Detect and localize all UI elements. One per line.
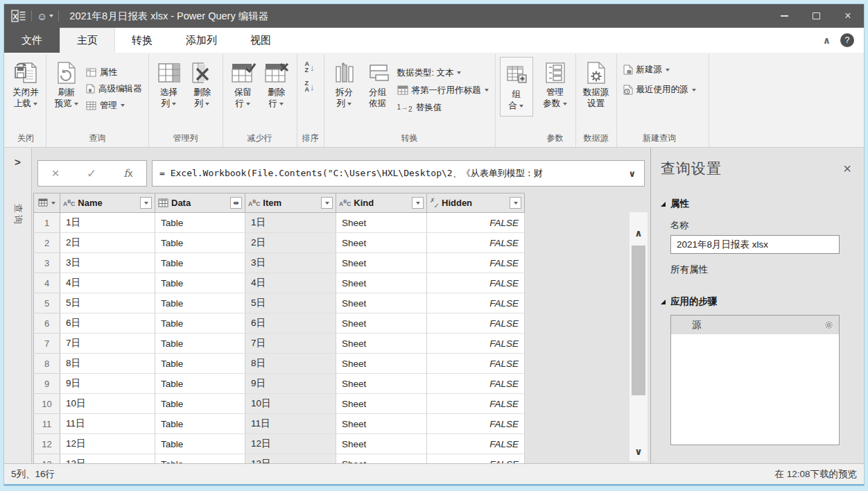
row-number-cell[interactable]: 6	[34, 313, 60, 334]
properties-button[interactable]: 属性	[86, 67, 142, 78]
row-number-cell[interactable]: 2	[34, 233, 60, 253]
item-cell[interactable]: 4日	[245, 273, 336, 293]
hidden-cell[interactable]: FALSE	[427, 354, 525, 374]
item-cell[interactable]: 6日	[245, 313, 336, 334]
name-cell[interactable]: 4日	[60, 273, 155, 293]
data-cell[interactable]: Table	[155, 273, 245, 293]
fx-icon[interactable]: fx	[123, 167, 132, 180]
tab-file[interactable]: 文件	[4, 28, 60, 53]
remove-rows-button[interactable]: 删除 行	[260, 55, 293, 110]
combine-button[interactable]: 组 合	[500, 57, 533, 117]
scroll-down-icon[interactable]: ∨	[630, 446, 648, 457]
data-cell[interactable]: Table	[155, 313, 245, 334]
confirm-formula-icon[interactable]: ✓	[87, 166, 96, 181]
data-cell[interactable]: Table	[155, 354, 245, 374]
advanced-editor-button[interactable]: 高级编辑器	[86, 83, 142, 95]
name-cell[interactable]: 6日	[60, 313, 155, 334]
close-button[interactable]: ×	[832, 4, 864, 28]
remove-columns-button[interactable]: 删除 列	[186, 55, 219, 110]
manage-parameters-button[interactable]: 管理 参数	[539, 55, 572, 110]
tab-home[interactable]: 主页	[60, 28, 115, 53]
kind-cell[interactable]: Sheet	[336, 434, 427, 454]
hidden-cell[interactable]: FALSE	[427, 313, 525, 334]
data-cell[interactable]: Table	[155, 414, 245, 434]
row-number-cell[interactable]: 12	[34, 434, 60, 454]
kind-cell[interactable]: Sheet	[336, 233, 427, 253]
use-first-row-as-headers-button[interactable]: 将第一行用作标题	[397, 85, 489, 96]
name-cell[interactable]: 2日	[60, 233, 155, 253]
name-cell[interactable]: 7日	[60, 334, 155, 354]
choose-columns-button[interactable]: 选择 列	[153, 55, 186, 110]
data-cell[interactable]: Table	[155, 233, 245, 253]
kind-cell[interactable]: Sheet	[336, 334, 427, 354]
split-column-button[interactable]: 拆分 列	[328, 55, 361, 110]
row-number-cell[interactable]: 1	[34, 213, 60, 233]
column-header-data[interactable]: Data ⇹	[155, 193, 245, 213]
filter-button[interactable]	[412, 197, 424, 209]
keep-rows-button[interactable]: 保留 行	[227, 55, 260, 110]
column-header-item[interactable]: ABC Item	[245, 193, 336, 213]
row-number-cell[interactable]: 11	[34, 414, 60, 434]
hidden-cell[interactable]: FALSE	[427, 334, 525, 354]
sort-descending-button[interactable]: ZA ↓	[305, 80, 315, 93]
select-all-corner[interactable]	[34, 193, 60, 213]
data-cell[interactable]: Table	[155, 253, 245, 273]
data-cell[interactable]: Table	[155, 374, 245, 394]
name-cell[interactable]: 3日	[60, 253, 155, 273]
expand-column-button[interactable]: ⇹	[230, 197, 242, 209]
item-cell[interactable]: 2日	[245, 233, 336, 253]
name-cell[interactable]: 13日	[60, 454, 155, 464]
kind-cell[interactable]: Sheet	[336, 394, 427, 414]
scrollbar-thumb[interactable]	[632, 246, 645, 395]
close-and-load-button[interactable]: 关闭并 上载	[9, 55, 42, 110]
feedback-dropdown-arrow[interactable]	[49, 15, 53, 17]
item-cell[interactable]: 10日	[245, 394, 336, 414]
group-by-button[interactable]: 分组 依据	[361, 55, 394, 110]
kind-cell[interactable]: Sheet	[336, 313, 427, 334]
recent-sources-button[interactable]: 最近使用的源	[623, 84, 696, 96]
hidden-cell[interactable]: FALSE	[427, 374, 525, 394]
kind-cell[interactable]: Sheet	[336, 454, 427, 464]
expand-queries-pane-icon[interactable]: >	[4, 156, 31, 168]
item-cell[interactable]: 5日	[245, 293, 336, 313]
collapse-ribbon-icon[interactable]: ∧	[823, 35, 831, 46]
data-cell[interactable]: Table	[155, 213, 245, 233]
scroll-up-icon[interactable]: ∧	[630, 227, 648, 239]
column-header-kind[interactable]: ABC Kind	[336, 193, 427, 213]
item-cell[interactable]: 9日	[245, 374, 336, 394]
row-number-cell[interactable]: 10	[34, 394, 60, 414]
feedback-smiley-icon[interactable]: ☺	[37, 10, 47, 22]
item-cell[interactable]: 3日	[245, 253, 336, 273]
hidden-cell[interactable]: FALSE	[427, 213, 525, 233]
hidden-cell[interactable]: FALSE	[427, 253, 525, 273]
data-type-button[interactable]: 数据类型: 文本	[397, 67, 489, 79]
item-cell[interactable]: 8日	[245, 354, 336, 374]
name-cell[interactable]: 9日	[60, 374, 155, 394]
kind-cell[interactable]: Sheet	[336, 354, 427, 374]
item-cell[interactable]: 7日	[245, 334, 336, 354]
kind-cell[interactable]: Sheet	[336, 374, 427, 394]
hidden-cell[interactable]: FALSE	[427, 293, 525, 313]
row-number-cell[interactable]: 9	[34, 374, 60, 394]
tab-transform[interactable]: 转换	[115, 28, 169, 53]
maximize-button[interactable]	[800, 4, 832, 28]
query-name-input[interactable]	[670, 235, 840, 254]
row-number-cell[interactable]: 13	[34, 454, 60, 464]
queries-pane-label[interactable]: 查询	[12, 204, 24, 226]
help-icon[interactable]: ?	[840, 33, 854, 47]
applied-steps-section-header[interactable]: 应用的步骤	[661, 295, 851, 308]
hidden-cell[interactable]: FALSE	[427, 454, 525, 464]
row-number-cell[interactable]: 8	[34, 354, 60, 374]
filter-button[interactable]	[140, 197, 152, 209]
manage-button[interactable]: 管理	[86, 100, 142, 112]
kind-cell[interactable]: Sheet	[336, 273, 427, 293]
data-cell[interactable]: Table	[155, 434, 245, 454]
data-cell[interactable]: Table	[155, 293, 245, 313]
item-cell[interactable]: 1日	[245, 213, 336, 233]
cancel-formula-icon[interactable]: ×	[52, 166, 60, 181]
vertical-scrollbar[interactable]: ∧ ∨	[630, 212, 648, 461]
name-cell[interactable]: 1日	[60, 213, 155, 233]
name-cell[interactable]: 11日	[60, 414, 155, 434]
properties-section-header[interactable]: 属性	[661, 198, 851, 210]
kind-cell[interactable]: Sheet	[336, 293, 427, 313]
